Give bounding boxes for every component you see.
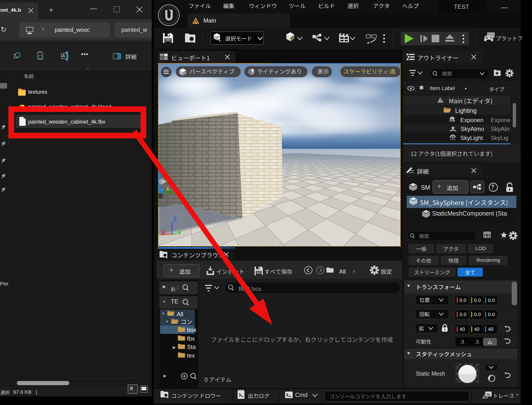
svg-text:Z: Z xyxy=(173,216,177,223)
svg-text:Y: Y xyxy=(177,229,182,236)
svg-text:X: X xyxy=(161,230,166,237)
